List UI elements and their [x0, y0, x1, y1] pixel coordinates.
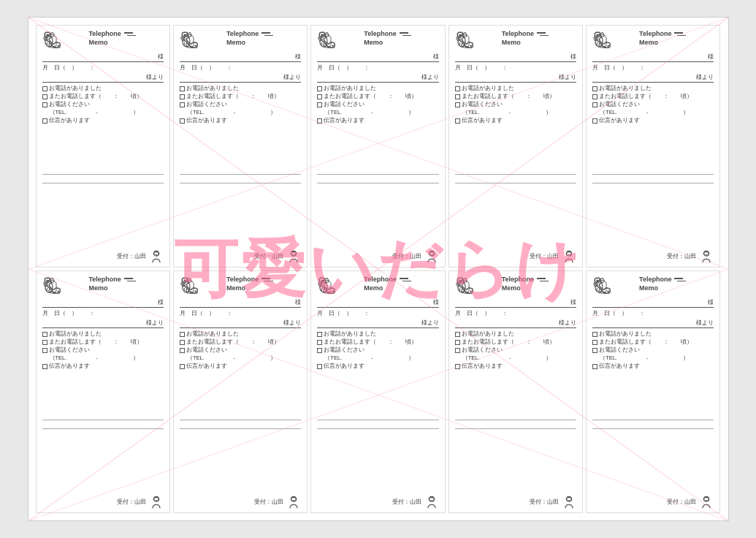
from-line: 様より — [455, 319, 576, 328]
checkbox-section: お電話がありました またお電話します（ ： 頃） お電話ください （TEL. -… — [592, 330, 714, 411]
svg-point-43 — [597, 279, 599, 281]
cb-row-4: 伝言があります — [317, 363, 438, 370]
memo-line-2 — [317, 422, 438, 429]
card-footer: 受付：山田 — [455, 495, 576, 509]
from-line: 様より — [455, 73, 576, 83]
checkbox-section: お電話がありました またお電話します（ ： 頃） お電話ください （TEL. -… — [592, 85, 714, 165]
title-line1: Telephone — [226, 30, 259, 39]
date-label: 月 日（ ） ： — [455, 64, 508, 71]
cb-label-3: お電話ください — [186, 101, 227, 108]
name-line: 様 — [455, 298, 576, 308]
date-label: 月 日（ ） ： — [592, 310, 645, 317]
cb-box-3 — [592, 102, 597, 107]
memo-lines — [317, 167, 438, 248]
cb-box-2 — [317, 94, 322, 99]
cb-label-3: お電話ください — [324, 346, 364, 354]
cb-label-3: お電話ください — [599, 346, 640, 354]
card-footer: 受付：山田 — [42, 249, 164, 264]
tel-row: （TEL. - ） — [187, 355, 301, 362]
tel-row: （TEL. - ） — [324, 355, 438, 362]
card-footer: 受付：山田 — [42, 495, 164, 509]
cb-row-3: お電話ください — [317, 346, 438, 354]
svg-point-39 — [459, 279, 461, 281]
cb-box-4 — [317, 118, 322, 124]
title-line1: Telephone — [89, 276, 121, 284]
cb-row-1: お電話がありました — [42, 85, 164, 92]
memo-card: Telephone Memo 様 月 日（ ） ： 様より お電話があ — [310, 270, 445, 513]
card-title: Telephone Memo — [89, 276, 121, 292]
svg-point-8 — [57, 45, 59, 47]
card-header: Telephone Memo — [592, 276, 714, 296]
tel-label: （TEL. - ） — [50, 109, 139, 115]
from-line: 様より — [42, 319, 164, 328]
card-title: Telephone Memo — [502, 30, 534, 47]
cb-label-1: お電話がありました — [599, 85, 652, 92]
tel-label: （TEL. - ） — [324, 355, 413, 361]
card-title: Telephone Memo — [89, 30, 121, 47]
phone-icon-2 — [592, 30, 614, 52]
memo-lines — [592, 167, 714, 248]
date-label: 月 日（ ） ： — [592, 64, 645, 71]
cb-label-4: 伝言があります — [599, 363, 640, 370]
cb-box-2 — [180, 340, 185, 345]
name-line: 様 — [42, 53, 164, 62]
cb-box-3 — [317, 348, 322, 353]
name-suffix: 様 — [295, 53, 301, 61]
memo-lines — [592, 413, 714, 493]
date-line: 月 日（ ） ： — [455, 64, 576, 72]
cb-label-4: 伝言があります — [49, 363, 90, 370]
memo-line-1 — [42, 167, 164, 175]
cb-label-1: お電話がありました — [186, 330, 239, 338]
from-line: 様より — [317, 319, 438, 328]
cb-row-2: またお電話します（ ： 頃） — [455, 338, 576, 346]
card-footer: 受付：山田 — [455, 249, 576, 264]
memo-lines — [455, 413, 576, 493]
card-title: Telephone Memo — [639, 276, 671, 292]
name-line: 様 — [317, 298, 438, 308]
from-suffix: 様より — [146, 73, 164, 81]
cb-box-2 — [455, 94, 460, 99]
checkbox-section: お電話がありました またお電話します（ ： 頃） お電話ください （TEL. -… — [180, 85, 301, 165]
cb-box-1 — [42, 332, 47, 337]
memo-card: Telephone Memo 様 月 日（ ） ： 様より お電話があ — [448, 270, 583, 513]
tel-label: （TEL. - ） — [187, 355, 276, 361]
name-suffix: 様 — [708, 53, 714, 61]
svg-point-44 — [608, 290, 610, 292]
memo-lines — [42, 413, 164, 493]
cb-row-4: 伝言があります — [180, 363, 301, 370]
cb-row-2: またお電話します（ ： 頃） — [317, 93, 438, 100]
cb-label-3: お電話ください — [599, 101, 640, 108]
cb-row-3: お電話ください — [592, 346, 714, 354]
tel-label: （TEL. - ） — [600, 355, 689, 361]
memo-line-1 — [455, 413, 576, 420]
memo-line-2 — [455, 176, 576, 183]
name-line: 様 — [180, 298, 301, 308]
cb-row-2: またお電話します（ ： 頃） — [180, 338, 301, 346]
cb-label-4: 伝言があります — [462, 117, 503, 124]
svg-point-24 — [608, 45, 610, 47]
title-line2: Memo — [502, 39, 534, 48]
from-suffix: 様より — [421, 73, 439, 81]
cb-box-3 — [455, 348, 460, 353]
memo-line-1 — [317, 167, 438, 175]
checkbox-section: お電話がありました またお電話します（ ： 頃） お電話ください （TEL. -… — [317, 330, 438, 411]
cb-label-2: またお電話します（ ： 頃） — [462, 93, 555, 100]
title-line2: Memo — [502, 284, 534, 293]
receptionist-label: 受付：山田 — [530, 253, 559, 260]
receptionist-label: 受付：山田 — [530, 499, 559, 506]
title-line1: Telephone — [364, 276, 396, 284]
svg-point-23 — [597, 34, 599, 36]
date-line: 月 日（ ） ： — [180, 309, 301, 317]
phone-icon-2 — [455, 30, 477, 52]
cb-box-4 — [592, 364, 597, 369]
svg-point-28 — [57, 290, 59, 292]
cb-box-3 — [42, 102, 47, 107]
cb-row-3: お電話ください — [455, 346, 576, 354]
cb-row-1: お電話がありました — [455, 85, 576, 92]
title-dashes — [261, 32, 273, 36]
cb-box-4 — [42, 118, 47, 124]
cb-row-4: 伝言があります — [42, 363, 164, 370]
memo-line-2 — [180, 422, 301, 429]
receptionist-label: 受付：山田 — [667, 499, 696, 506]
person-icon — [149, 495, 164, 509]
